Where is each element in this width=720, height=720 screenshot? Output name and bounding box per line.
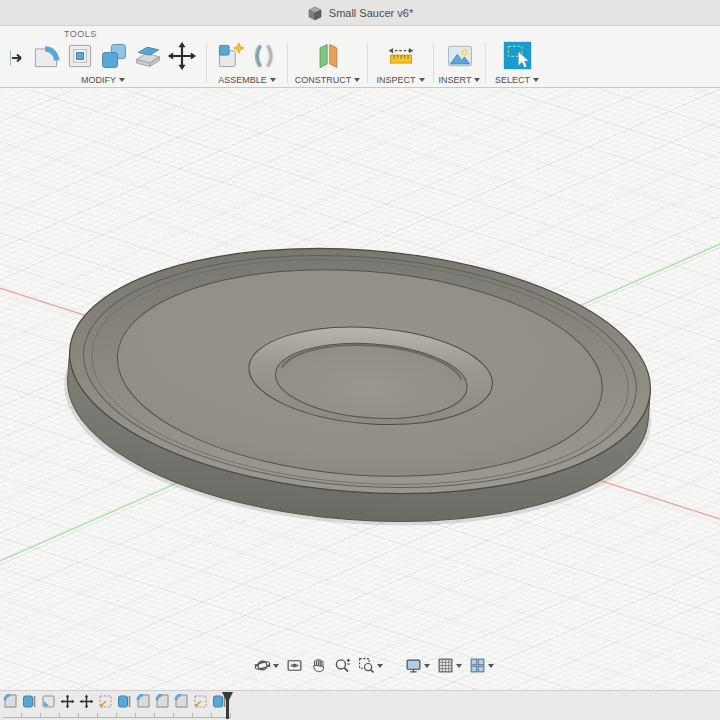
look-at-button[interactable]	[286, 657, 303, 674]
extrude-operation-icon[interactable]	[117, 694, 132, 709]
new-component-button[interactable]	[215, 41, 245, 75]
select-icon	[502, 40, 533, 71]
measure-button[interactable]	[386, 41, 416, 75]
form-operation-icon[interactable]	[41, 694, 56, 709]
joint-icon	[249, 41, 279, 71]
modify-menu[interactable]: MODIFY	[81, 74, 125, 86]
canvas-icon	[445, 41, 475, 71]
3d-viewport[interactable]	[0, 89, 720, 690]
move-button[interactable]	[167, 41, 197, 75]
pan-hand-icon	[310, 657, 327, 674]
chevron-down-icon	[533, 78, 539, 82]
inspect-menu[interactable]: INSPECT	[376, 74, 424, 86]
fillet-button[interactable]	[31, 41, 61, 75]
offset-face-button[interactable]	[133, 41, 163, 75]
chevron-down-icon	[119, 78, 125, 82]
insert-menu-label: INSERT	[439, 75, 472, 85]
toolbar-group-select: SELECT	[486, 41, 548, 87]
fillet-operation-icon[interactable]	[3, 694, 18, 709]
construct-menu-label: CONSTRUCT	[295, 75, 352, 85]
chevron-down-icon	[270, 78, 276, 82]
measure-icon	[386, 41, 416, 71]
fit-button[interactable]	[358, 657, 383, 674]
viewports-button[interactable]	[469, 657, 494, 674]
select-menu[interactable]: SELECT	[495, 74, 539, 86]
timeline-track[interactable]	[3, 713, 231, 718]
select-menu-label: SELECT	[495, 75, 530, 85]
display-settings-button[interactable]	[405, 657, 430, 674]
move-operation-icon[interactable]	[60, 694, 75, 709]
combine-icon	[99, 41, 129, 71]
assemble-menu-label: ASSEMBLE	[218, 75, 267, 85]
document-cube-icon	[307, 5, 323, 21]
tab-tools[interactable]: TOOLS	[64, 29, 97, 39]
chevron-down-icon	[354, 78, 360, 82]
extrude-operation-icon[interactable]	[22, 694, 37, 709]
viewports-icon	[469, 657, 486, 674]
move-operation-icon[interactable]	[79, 694, 94, 709]
display-settings-icon	[405, 657, 422, 674]
zoom-button[interactable]	[334, 657, 351, 674]
grid-and-snaps-button[interactable]	[437, 657, 462, 674]
chevron-down-icon	[488, 664, 494, 668]
toolbar-group-construct: CONSTRUCT	[288, 41, 367, 87]
offset-face-icon	[133, 41, 163, 71]
construct-plane-icon	[313, 41, 343, 71]
zoom-icon	[334, 657, 351, 674]
move-icon	[167, 41, 197, 71]
chevron-down-icon	[456, 664, 462, 668]
look-at-icon	[286, 657, 303, 674]
inspect-menu-label: INSPECT	[376, 75, 415, 85]
shell-icon	[65, 41, 95, 71]
canvas-button[interactable]	[445, 41, 475, 75]
grid-icon	[437, 657, 454, 674]
modify-menu-label: MODIFY	[81, 75, 116, 85]
fit-icon	[358, 657, 375, 674]
timeline-operations	[3, 694, 227, 709]
chevron-down-icon	[377, 664, 383, 668]
document-title: Small Saucer v6*	[329, 7, 413, 19]
construct-plane-button[interactable]	[313, 41, 343, 75]
toolbar-group-insert: INSERT	[434, 41, 485, 87]
toolbar-group-inspect: INSPECT	[368, 41, 433, 87]
fillet-operation-icon[interactable]	[155, 694, 170, 709]
press-pull-icon	[10, 43, 27, 73]
orbit-button[interactable]	[254, 657, 279, 674]
sketch-operation-icon[interactable]	[98, 694, 113, 709]
construct-menu[interactable]: CONSTRUCT	[295, 74, 361, 86]
chevron-down-icon	[474, 78, 480, 82]
sketch-operation-icon[interactable]	[193, 694, 208, 709]
saucer-3d-model[interactable]	[56, 229, 662, 545]
view-navigation-bar	[254, 657, 494, 674]
assemble-menu[interactable]: ASSEMBLE	[218, 74, 276, 86]
insert-menu[interactable]: INSERT	[439, 74, 481, 86]
select-button[interactable]	[502, 40, 533, 75]
fillet-operation-icon[interactable]	[174, 694, 189, 709]
toolbar-group-assemble: ASSEMBLE	[207, 41, 287, 87]
chevron-down-icon	[419, 78, 425, 82]
timeline-playhead[interactable]	[221, 692, 234, 719]
chevron-down-icon	[424, 664, 430, 668]
pan-button[interactable]	[310, 657, 327, 674]
timeline-bar	[0, 690, 720, 720]
joint-button[interactable]	[249, 41, 279, 75]
new-component-icon	[215, 41, 245, 71]
fillet-operation-icon[interactable]	[136, 694, 151, 709]
press-pull-button[interactable]	[10, 43, 27, 73]
combine-button[interactable]	[99, 41, 129, 75]
fillet-icon	[31, 41, 61, 71]
toolbar-group-modify: MODIFY	[0, 41, 206, 87]
main-toolbar: TOOLS	[0, 26, 720, 88]
title-bar: Small Saucer v6*	[0, 0, 720, 26]
chevron-down-icon	[273, 664, 279, 668]
shell-button[interactable]	[65, 41, 95, 75]
orbit-icon	[254, 657, 271, 674]
